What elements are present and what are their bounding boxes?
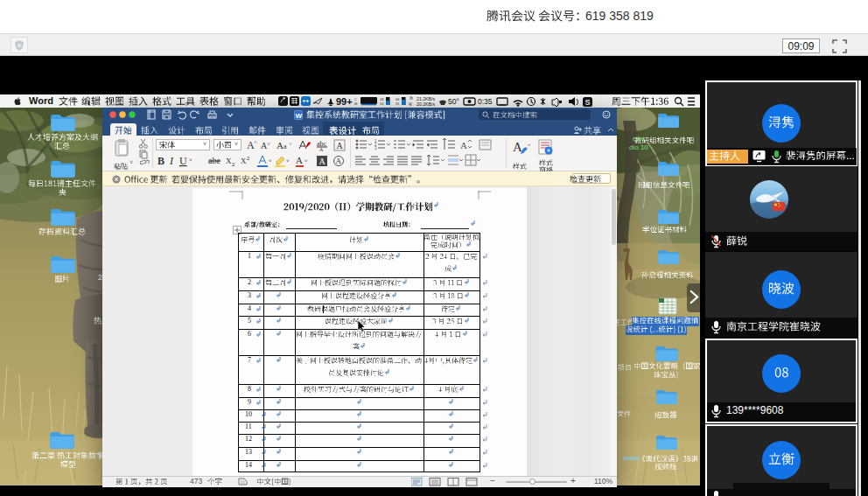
svg-text:abe: abe [208, 156, 220, 165]
svg-text:U: U [179, 155, 187, 167]
svg-text:X: X [241, 157, 247, 165]
svg-text:S: S [585, 98, 591, 107]
svg-text:I: I [169, 155, 174, 167]
svg-text:˅: ˅ [304, 158, 308, 164]
svg-text:A: A [337, 141, 344, 150]
svg-text:20.2KB/s: 20.2KB/s [416, 101, 435, 107]
svg-text:W: W [296, 112, 303, 120]
svg-text:A: A [513, 140, 522, 154]
svg-text:˅: ˅ [189, 157, 192, 163]
svg-text:A: A [319, 157, 326, 166]
svg-text:99+: 99+ [336, 96, 353, 107]
svg-text:54: 54 [380, 101, 384, 106]
svg-text:A: A [460, 140, 467, 150]
svg-text:0:35: 0:35 [478, 97, 493, 106]
svg-text:A: A [296, 155, 303, 165]
svg-text:A: A [276, 140, 284, 150]
svg-text:2: 2 [232, 162, 235, 167]
svg-text:M: M [354, 101, 357, 106]
svg-text:˄: ˄ [254, 139, 257, 146]
svg-text:2: 2 [247, 156, 250, 161]
svg-text:˅: ˅ [528, 143, 530, 148]
svg-text:3: 3 [374, 146, 377, 150]
svg-text:X: X [226, 157, 232, 165]
svg-text:A: A [319, 147, 324, 151]
svg-text:50°: 50° [448, 97, 459, 106]
svg-text:A: A [336, 157, 342, 165]
svg-text:˅: ˅ [289, 142, 292, 147]
svg-text:˅: ˅ [286, 158, 290, 164]
svg-text:31: 31 [396, 101, 400, 106]
svg-text:˅: ˅ [269, 158, 272, 164]
svg-text:a: a [284, 143, 287, 150]
svg-text:B: B [158, 155, 164, 167]
svg-text:˅: ˅ [267, 141, 270, 148]
